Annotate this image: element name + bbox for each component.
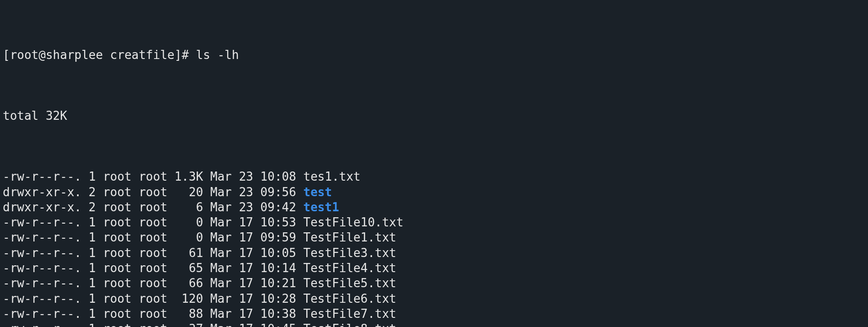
terminal[interactable]: [root@sharplee creatfile]# ls -lh total … <box>0 0 868 327</box>
file-row: drwxr-xr-x. 2 root root 20 Mar 23 09:56 … <box>3 185 865 200</box>
command-text: ls -lh <box>196 48 239 62</box>
file-name: TestFile1.txt <box>304 231 397 244</box>
file-links: 1 <box>89 322 96 327</box>
file-month: Mar <box>210 261 232 275</box>
file-day: 23 <box>239 200 253 214</box>
prompt-at: @ <box>38 48 46 62</box>
file-month: Mar <box>210 200 232 214</box>
file-permissions: -rw-r--r--. <box>3 261 81 275</box>
file-links: 1 <box>89 292 96 306</box>
file-month: Mar <box>210 276 232 290</box>
file-row: -rw-r--r--. 1 root root 0 Mar 17 09:59 T… <box>3 230 865 245</box>
file-links: 1 <box>89 231 96 244</box>
file-group: root <box>138 185 167 199</box>
file-time: 10:08 <box>261 170 296 183</box>
file-time: 09:42 <box>261 200 296 214</box>
file-row: -rw-r--r--. 1 root root 66 Mar 17 10:21 … <box>3 276 865 291</box>
directory-name: test <box>304 185 332 199</box>
file-name: TestFile7.txt <box>304 307 397 321</box>
file-owner: root <box>103 200 132 214</box>
file-owner: root <box>103 307 132 321</box>
file-day: 17 <box>239 261 253 275</box>
file-size: 65 <box>175 261 203 275</box>
file-time: 10:28 <box>261 292 296 306</box>
file-group: root <box>138 170 167 183</box>
file-permissions: -rw-r--r--. <box>3 215 81 229</box>
total-line: total 32K <box>3 108 865 123</box>
prompt-line-1: [root@sharplee creatfile]# ls -lh <box>3 48 865 63</box>
file-row: -rw-r--r--. 1 root root 37 Mar 17 10:45 … <box>3 322 865 327</box>
file-size: 0 <box>175 231 203 244</box>
file-day: 23 <box>239 185 253 199</box>
file-size: 61 <box>175 246 203 260</box>
file-owner: root <box>103 292 132 306</box>
file-owner: root <box>103 261 132 275</box>
file-owner: root <box>103 231 132 244</box>
file-permissions: -rw-r--r--. <box>3 292 81 306</box>
file-day: 17 <box>239 215 253 229</box>
file-day: 17 <box>239 276 253 290</box>
file-group: root <box>138 276 167 290</box>
file-size: 88 <box>175 307 203 321</box>
file-size: 37 <box>175 322 203 327</box>
file-permissions: -rw-r--r--. <box>3 322 81 327</box>
file-time: 10:14 <box>261 261 296 275</box>
file-time: 10:21 <box>261 276 296 290</box>
file-month: Mar <box>210 185 232 199</box>
file-day: 17 <box>239 322 253 327</box>
directory-name: test1 <box>304 200 339 214</box>
file-owner: root <box>103 322 132 327</box>
file-row: drwxr-xr-x. 2 root root 6 Mar 23 09:42 t… <box>3 200 865 215</box>
file-row: -rw-r--r--. 1 root root 88 Mar 17 10:38 … <box>3 306 865 322</box>
file-day: 17 <box>239 246 253 260</box>
file-permissions: -rw-r--r--. <box>3 307 81 321</box>
file-size: 20 <box>175 185 203 199</box>
file-row: -rw-r--r--. 1 root root 61 Mar 17 10:05 … <box>3 246 865 261</box>
file-permissions: drwxr-xr-x. <box>3 185 81 199</box>
file-time: 10:38 <box>261 307 296 321</box>
file-group: root <box>138 246 167 260</box>
file-permissions: -rw-r--r--. <box>3 170 81 183</box>
file-list: -rw-r--r--. 1 root root 1.3K Mar 23 10:0… <box>3 169 865 327</box>
file-day: 23 <box>239 170 253 183</box>
file-owner: root <box>103 246 132 260</box>
file-links: 1 <box>89 261 96 275</box>
file-size: 120 <box>175 292 203 306</box>
prompt-symbol: # <box>181 48 189 62</box>
file-row: -rw-r--r--. 1 root root 1.3K Mar 23 10:0… <box>3 169 865 184</box>
file-size: 66 <box>175 276 203 290</box>
file-group: root <box>138 231 167 244</box>
file-size: 0 <box>175 215 203 229</box>
file-time: 09:56 <box>261 185 296 199</box>
file-month: Mar <box>210 215 232 229</box>
file-row: -rw-r--r--. 1 root root 0 Mar 17 10:53 T… <box>3 215 865 230</box>
file-group: root <box>138 215 167 229</box>
file-time: 10:45 <box>261 322 296 327</box>
file-row: -rw-r--r--. 1 root root 120 Mar 17 10:28… <box>3 291 865 306</box>
file-group: root <box>138 307 167 321</box>
file-owner: root <box>103 215 132 229</box>
file-links: 2 <box>89 185 96 199</box>
file-permissions: -rw-r--r--. <box>3 276 81 290</box>
prompt-user: root <box>10 48 39 62</box>
file-permissions: -rw-r--r--. <box>3 246 81 260</box>
file-owner: root <box>103 170 132 183</box>
file-name: TestFile3.txt <box>304 246 397 260</box>
file-month: Mar <box>210 246 232 260</box>
file-group: root <box>138 200 167 214</box>
file-owner: root <box>103 276 132 290</box>
file-links: 1 <box>89 276 96 290</box>
file-links: 2 <box>89 200 96 214</box>
file-row: -rw-r--r--. 1 root root 65 Mar 17 10:14 … <box>3 261 865 276</box>
file-links: 1 <box>89 307 96 321</box>
file-name: TestFile10.txt <box>304 215 404 229</box>
file-group: root <box>138 322 167 327</box>
prompt-close-bracket: ] <box>175 48 182 62</box>
file-permissions: drwxr-xr-x. <box>3 200 81 214</box>
file-time: 09:59 <box>261 231 296 244</box>
file-day: 17 <box>239 307 253 321</box>
file-links: 1 <box>89 170 96 183</box>
file-day: 17 <box>239 292 253 306</box>
file-permissions: -rw-r--r--. <box>3 231 81 244</box>
file-name: TestFile5.txt <box>304 276 397 290</box>
